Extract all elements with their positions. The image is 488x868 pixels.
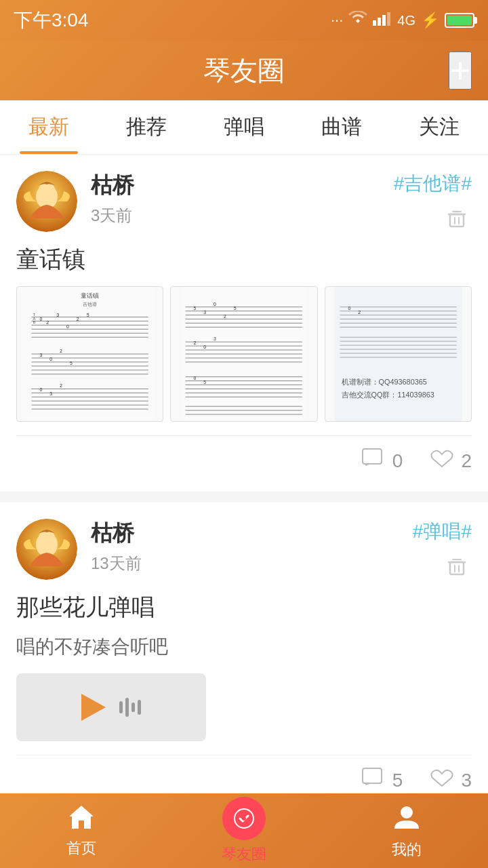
svg-text:0: 0 [348,306,350,311]
tab-score[interactable]: 曲谱 [293,100,390,154]
sheet-images: 童话镇 吉他谱 T A B 0 2 3 [16,286,472,422]
comment-action[interactable]: 5 [361,766,403,795]
svg-point-148 [401,806,413,818]
post-time: 13天前 [91,553,413,574]
comment-action[interactable]: 0 [361,447,403,475]
svg-text:0: 0 [39,387,42,392]
play-button[interactable] [81,694,106,721]
post-card: 枯桥 13天前 #弹唱# 那些花儿弹唱 唱的不好凑合听吧 [0,502,488,811]
svg-text:3: 3 [39,353,42,357]
svg-text:2: 2 [358,310,361,315]
comment-count: 5 [392,770,403,791]
nav-home-label: 首页 [66,838,96,859]
nav-profile[interactable]: 我的 [325,802,488,860]
sheet-image-3[interactable]: 0 2 机谱制谱：QQ493680365 吉他交流QQ群：114039863 [325,286,472,422]
svg-rect-0 [373,20,376,26]
app-title: 琴友圈 [203,52,285,90]
svg-text:吉他交流QQ群：114039863: 吉他交流QQ群：114039863 [341,391,434,399]
post-time: 3天前 [91,205,394,226]
svg-text:0: 0 [204,344,207,349]
svg-text:5: 5 [204,380,207,384]
post-title: 童话镇 [16,244,472,275]
audio-player[interactable] [16,673,206,741]
svg-rect-108 [363,768,382,783]
svg-text:2: 2 [194,340,197,345]
bottom-nav: 首页 琴友圈 我的 [0,793,488,868]
avatar[interactable] [16,171,77,232]
sheet-image-1[interactable]: 童话镇 吉他谱 T A B 0 2 3 [16,286,163,422]
svg-text:机谱制谱：QQ493680365: 机谱制谱：QQ493680365 [341,378,426,386]
post-header-right: #弹唱# [413,519,472,581]
like-icon [430,447,454,475]
wifi-icon [348,11,367,30]
nav-community[interactable]: 琴友圈 [163,797,325,865]
nav-profile-label: 我的 [392,840,422,860]
post-header-right: #吉他谱# [394,171,472,233]
svg-text:5: 5 [194,306,197,311]
svg-text:3: 3 [56,313,59,317]
wave-bar [119,701,123,713]
add-post-button[interactable]: + [449,52,472,90]
nav-home[interactable]: 首页 [0,803,163,859]
nav-community-label: 琴友圈 [222,844,266,865]
delete-icon[interactable] [442,203,472,233]
post-username: 枯桥 [91,519,413,549]
svg-text:3: 3 [204,310,207,315]
community-icon-circle [222,797,266,840]
status-bar: 下午3:04 ··· 4G ⚡ [0,0,488,41]
svg-text:2: 2 [60,349,62,353]
post-header: 枯桥 3天前 #吉他谱# [16,171,472,233]
home-icon [66,803,96,834]
svg-rect-99 [363,449,382,464]
status-icons: ··· 4G ⚡ [331,11,474,30]
svg-text:吉他谱: 吉他谱 [83,302,97,307]
wave-bar [131,703,135,712]
like-action[interactable]: 2 [430,447,472,475]
delete-icon[interactable] [442,551,472,581]
svg-rect-2 [382,15,386,26]
post-card: 枯桥 3天前 #吉他谱# 童话镇 [0,155,488,492]
tab-follow[interactable]: 关注 [390,100,488,154]
tab-recommend[interactable]: 推荐 [98,100,195,154]
like-action[interactable]: 3 [430,766,472,795]
avatar[interactable] [16,519,77,580]
sheet-image-2[interactable]: 5 3 0 2 5 2 0 3 [170,286,317,422]
wave-bar [125,698,129,717]
battery-icon [445,13,474,28]
app-header: 琴友圈 + [0,41,488,100]
comment-count: 0 [392,450,403,472]
post-footer: 5 3 [16,755,472,795]
svg-text:B: B [33,320,36,324]
comment-icon [361,447,386,475]
svg-text:2: 2 [77,317,79,321]
svg-text:0: 0 [214,302,216,307]
post-title: 那些花儿弹唱 [16,592,472,623]
svg-text:0: 0 [49,357,52,361]
post-meta: 枯桥 3天前 [77,171,394,226]
svg-text:3: 3 [49,391,52,396]
post-meta: 枯桥 13天前 [77,519,413,574]
svg-text:5: 5 [234,306,237,311]
post-username: 枯桥 [91,171,394,201]
svg-text:2: 2 [60,384,62,389]
sound-waves [119,698,141,717]
svg-text:2: 2 [46,320,49,325]
svg-text:0: 0 [66,324,69,329]
svg-rect-3 [387,12,390,26]
network-type: 4G [397,13,415,28]
status-time: 下午3:04 [14,7,89,33]
comment-icon [361,766,386,795]
svg-text:童话镇: 童话镇 [81,292,99,299]
wave-bar [138,700,141,715]
post-tag[interactable]: #弹唱# [413,519,472,545]
svg-point-147 [242,816,246,821]
post-tag[interactable]: #吉他谱# [394,171,472,197]
svg-text:5: 5 [70,361,73,366]
tab-sing[interactable]: 弹唱 [195,100,293,154]
tab-bar: 最新 推荐 弹唱 曲谱 关注 [0,100,488,155]
svg-rect-7 [450,214,464,226]
signal-bars [373,11,392,30]
svg-text:5: 5 [87,313,89,317]
tab-latest[interactable]: 最新 [0,100,98,154]
svg-rect-103 [450,562,464,574]
